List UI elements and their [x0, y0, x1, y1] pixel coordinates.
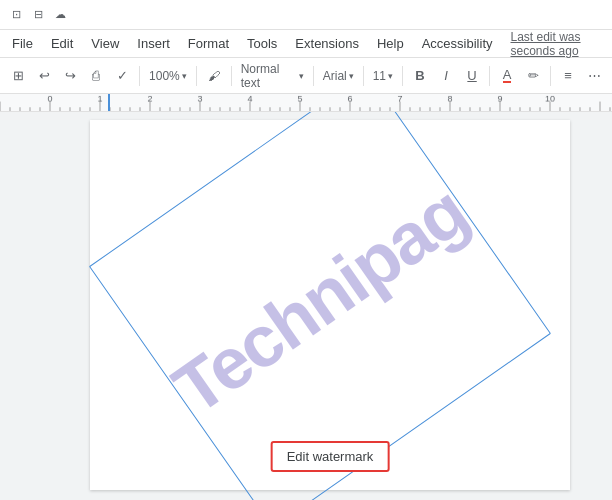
font-chevron: ▾ — [349, 71, 354, 81]
separator-1 — [139, 66, 140, 86]
page-wrapper: Technipag Edit watermark — [60, 112, 600, 500]
zoom-dropdown[interactable]: 100% ▾ — [145, 63, 191, 89]
style-label: Normal text — [241, 62, 297, 90]
print-button[interactable]: ⎙ — [84, 63, 108, 89]
spellcheck-button[interactable]: ✓ — [110, 63, 134, 89]
italic-button[interactable]: I — [434, 63, 458, 89]
menu-accessibility[interactable]: Accessibility — [414, 32, 501, 55]
zoom-label: 100% — [149, 69, 180, 83]
watermark-container[interactable]: Technipag — [150, 140, 490, 460]
style-chevron: ▾ — [299, 71, 304, 81]
select-tool-button[interactable]: ⊞ — [6, 63, 30, 89]
separator-2 — [196, 66, 197, 86]
font-label: Arial — [323, 69, 347, 83]
text-color-button[interactable]: A — [495, 63, 519, 89]
document-area: Technipag Edit watermark — [0, 112, 612, 500]
menu-insert[interactable]: Insert — [129, 32, 178, 55]
title-bar: ⊡ ⊟ ☁ — [0, 0, 612, 30]
menu-view[interactable]: View — [83, 32, 127, 55]
menu-format[interactable]: Format — [180, 32, 237, 55]
fontsize-dropdown[interactable]: 11 ▾ — [369, 63, 397, 89]
toolbar: ⊞ ↩ ↪ ⎙ ✓ 100% ▾ 🖌 Normal text ▾ Arial ▾… — [0, 58, 612, 94]
more-button[interactable]: ⋯ — [582, 63, 606, 89]
separator-5 — [363, 66, 364, 86]
window-icon-3: ☁ — [52, 7, 68, 23]
font-dropdown[interactable]: Arial ▾ — [319, 63, 358, 89]
align-button[interactable]: ≡ — [556, 63, 580, 89]
menu-bar: File Edit View Insert Format Tools Exten… — [0, 30, 612, 58]
undo-button[interactable]: ↩ — [32, 63, 56, 89]
redo-button[interactable]: ↪ — [58, 63, 82, 89]
separator-8 — [550, 66, 551, 86]
ruler — [0, 94, 612, 112]
underline-button[interactable]: U — [460, 63, 484, 89]
menu-help[interactable]: Help — [369, 32, 412, 55]
menu-extensions[interactable]: Extensions — [287, 32, 367, 55]
window-icon-2: ⊟ — [30, 7, 46, 23]
bold-button[interactable]: B — [408, 63, 432, 89]
separator-6 — [402, 66, 403, 86]
style-dropdown[interactable]: Normal text ▾ — [237, 63, 308, 89]
window-icon-1: ⊡ — [8, 7, 24, 23]
edit-watermark-button[interactable]: Edit watermark — [271, 441, 390, 472]
menu-tools[interactable]: Tools — [239, 32, 285, 55]
last-edit-indicator[interactable]: Last edit was seconds ago — [511, 30, 609, 58]
menu-file[interactable]: File — [4, 32, 41, 55]
paint-format-button[interactable]: 🖌 — [202, 63, 226, 89]
separator-3 — [231, 66, 232, 86]
separator-7 — [489, 66, 490, 86]
fontsize-label: 11 — [373, 69, 386, 83]
fontsize-chevron: ▾ — [388, 71, 393, 81]
document-page: Technipag Edit watermark — [90, 120, 570, 490]
highlight-button[interactable]: ✏ — [521, 63, 545, 89]
ruler-canvas — [0, 94, 612, 111]
right-sidebar — [600, 112, 612, 500]
zoom-chevron: ▾ — [182, 71, 187, 81]
window-controls: ⊡ ⊟ ☁ — [8, 7, 68, 23]
left-sidebar — [0, 112, 60, 500]
menu-edit[interactable]: Edit — [43, 32, 81, 55]
separator-4 — [313, 66, 314, 86]
